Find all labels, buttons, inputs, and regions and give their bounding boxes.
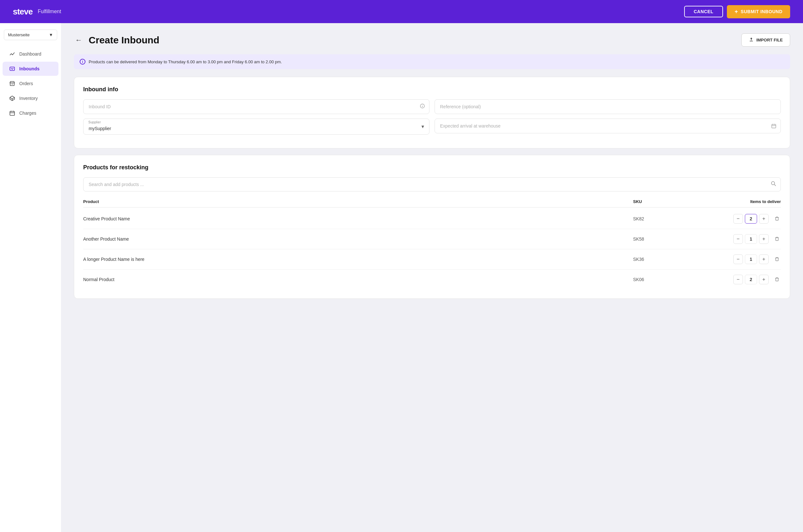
submit-inbound-button[interactable]: + SUBMIT INBOUND bbox=[727, 5, 790, 18]
submit-label: SUBMIT INBOUND bbox=[741, 9, 782, 14]
qty-increase-button[interactable]: + bbox=[759, 214, 769, 224]
svg-rect-11 bbox=[772, 124, 776, 128]
sidebar-item-inventory[interactable]: Inventory bbox=[3, 91, 58, 106]
app-name: Fulfillment bbox=[38, 9, 61, 15]
sidebar-item-orders[interactable]: Orders bbox=[3, 76, 58, 91]
qty-controls: − + bbox=[697, 214, 781, 224]
sidebar-item-label: Dashboard bbox=[19, 51, 41, 57]
dashboard-icon bbox=[9, 51, 15, 57]
delete-row-button[interactable] bbox=[773, 235, 781, 244]
sidebar-item-inbounds[interactable]: Inbounds bbox=[3, 62, 58, 76]
svg-rect-18 bbox=[776, 238, 778, 240]
sidebar-item-label: Orders bbox=[19, 81, 33, 86]
orders-icon bbox=[9, 80, 15, 87]
column-sku: SKU bbox=[633, 199, 697, 204]
page-header: ← Create Inbound IMPORT FILE bbox=[74, 33, 790, 46]
svg-rect-0 bbox=[10, 67, 15, 71]
supplier-label: Supplier bbox=[88, 120, 101, 124]
qty-decrease-button[interactable]: − bbox=[733, 275, 743, 284]
supplier-select[interactable]: mySupplier bbox=[83, 118, 429, 135]
qty-input[interactable] bbox=[745, 214, 757, 224]
qty-controls: − + bbox=[697, 254, 781, 264]
products-table: Product SKU Items to deliver Creative Pr… bbox=[83, 199, 781, 289]
svg-rect-4 bbox=[10, 112, 15, 116]
svg-rect-20 bbox=[776, 278, 778, 281]
info-banner: i Products can be delivered from Monday … bbox=[74, 54, 790, 69]
sidebar: Musterseite ▼ Dashboard In bbox=[0, 23, 61, 532]
main-layout: Musterseite ▼ Dashboard In bbox=[0, 23, 803, 532]
qty-increase-button[interactable]: + bbox=[759, 254, 769, 264]
calendar-icon bbox=[771, 124, 776, 130]
column-product: Product bbox=[83, 199, 633, 204]
import-file-button[interactable]: IMPORT FILE bbox=[741, 33, 790, 46]
sidebar-item-dashboard[interactable]: Dashboard bbox=[3, 47, 58, 61]
products-title: Products for restocking bbox=[83, 164, 781, 171]
svg-rect-19 bbox=[776, 258, 778, 261]
qty-increase-button[interactable]: + bbox=[759, 275, 769, 284]
column-items: Items to deliver bbox=[697, 199, 781, 204]
products-card: Products for restocking Product SKU Item… bbox=[74, 155, 790, 299]
qty-input[interactable] bbox=[745, 275, 757, 284]
product-search-input[interactable] bbox=[83, 177, 781, 191]
sidebar-item-label: Inbounds bbox=[19, 66, 39, 71]
info-circle-icon bbox=[420, 103, 425, 110]
logo: steve bbox=[13, 7, 33, 17]
cancel-button[interactable]: CANCEL bbox=[684, 6, 723, 17]
delete-row-button[interactable] bbox=[773, 255, 781, 264]
inbound-info-row1 bbox=[83, 99, 781, 114]
sidebar-item-charges[interactable]: Charges bbox=[3, 106, 58, 120]
chevron-down-icon: ▼ bbox=[49, 33, 53, 37]
table-row: Another Product Name SK58 − + bbox=[83, 229, 781, 249]
qty-controls: − + bbox=[697, 234, 781, 244]
upload-icon bbox=[749, 37, 754, 43]
qty-decrease-button[interactable]: − bbox=[733, 254, 743, 264]
delete-row-button[interactable] bbox=[773, 215, 781, 223]
info-icon: i bbox=[80, 59, 85, 64]
back-button[interactable]: ← bbox=[74, 35, 83, 45]
topnav: steve Fulfillment CANCEL + SUBMIT INBOUN… bbox=[0, 0, 803, 23]
product-sku: SK82 bbox=[633, 216, 697, 221]
info-text: Products can be delivered from Monday to… bbox=[89, 59, 282, 64]
qty-input[interactable] bbox=[745, 254, 757, 264]
svg-point-10 bbox=[422, 105, 423, 106]
topnav-left: steve Fulfillment bbox=[13, 7, 61, 17]
inbound-id-input[interactable] bbox=[83, 99, 429, 114]
site-selector-label: Musterseite bbox=[8, 33, 30, 37]
inventory-icon bbox=[9, 95, 15, 101]
product-name: Normal Product bbox=[83, 277, 633, 282]
site-selector[interactable]: Musterseite ▼ bbox=[4, 30, 57, 40]
product-name: A longer Product Name is here bbox=[83, 257, 633, 262]
qty-decrease-button[interactable]: − bbox=[733, 214, 743, 224]
svg-point-15 bbox=[771, 182, 775, 185]
table-header: Product SKU Items to deliver bbox=[83, 199, 781, 208]
delete-row-button[interactable] bbox=[773, 275, 781, 284]
table-row: A longer Product Name is here SK36 − + bbox=[83, 249, 781, 269]
product-sku: SK36 bbox=[633, 257, 697, 262]
search-icon bbox=[770, 181, 776, 188]
qty-increase-button[interactable]: + bbox=[759, 234, 769, 244]
search-wrapper bbox=[83, 177, 781, 191]
reference-field bbox=[435, 99, 781, 114]
qty-input[interactable] bbox=[745, 234, 757, 244]
product-name: Creative Product Name bbox=[83, 216, 633, 221]
qty-decrease-button[interactable]: − bbox=[733, 234, 743, 244]
sidebar-item-label: Inventory bbox=[19, 96, 38, 101]
inbound-info-row2: Supplier mySupplier ▼ bbox=[83, 118, 781, 135]
supplier-field: Supplier mySupplier ▼ bbox=[83, 118, 429, 135]
reference-input[interactable] bbox=[435, 99, 781, 114]
sidebar-nav: Dashboard Inbounds bbox=[0, 46, 61, 120]
table-row: Normal Product SK06 − + bbox=[83, 269, 781, 289]
arrival-input[interactable] bbox=[435, 118, 781, 133]
plus-icon: + bbox=[734, 8, 738, 15]
svg-line-16 bbox=[775, 184, 776, 186]
product-sku: SK06 bbox=[633, 277, 697, 282]
svg-rect-17 bbox=[776, 217, 778, 220]
inbounds-icon bbox=[9, 65, 15, 72]
product-name: Another Product Name bbox=[83, 236, 633, 242]
charges-icon bbox=[9, 110, 15, 116]
import-label: IMPORT FILE bbox=[757, 38, 783, 42]
main-content: ← Create Inbound IMPORT FILE i Products … bbox=[61, 23, 803, 532]
arrival-field bbox=[435, 118, 781, 135]
sidebar-item-label: Charges bbox=[19, 111, 36, 116]
inbound-info-card: Inbound info bbox=[74, 77, 790, 148]
